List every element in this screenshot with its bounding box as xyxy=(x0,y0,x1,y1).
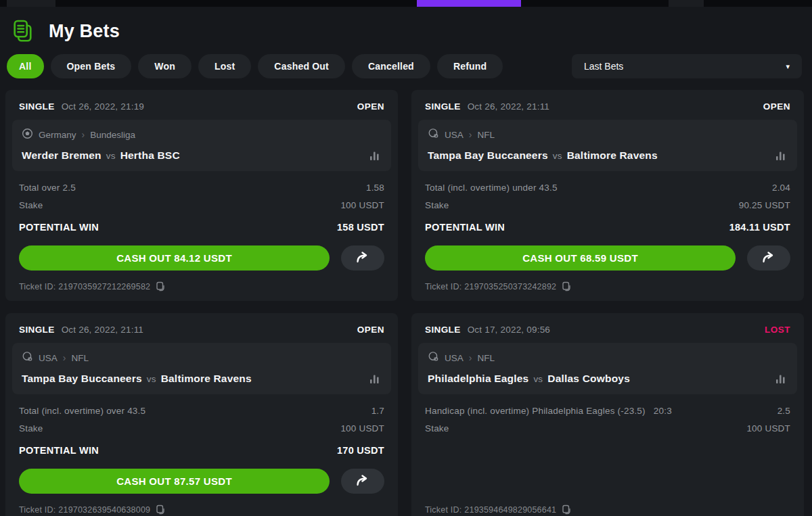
ticket-row: Ticket ID: 2197035927212269582 xyxy=(19,271,384,291)
stake-value: 100 USDT xyxy=(340,197,384,214)
match-panel[interactable]: USA › NFL Tampa Bay Buccaneers vs Baltim… xyxy=(12,343,391,394)
copy-button[interactable] xyxy=(562,505,571,515)
page-header: My Bets xyxy=(11,17,812,45)
copy-button[interactable] xyxy=(562,281,571,291)
stake-row: Stake 100 USDT xyxy=(425,420,790,438)
status-badge: LOST xyxy=(765,325,790,335)
teams-row: Tampa Bay Buccaneers vs Baltimore Ravens xyxy=(428,149,786,162)
ticket-id-label: Ticket ID: xyxy=(19,505,55,515)
filter-lost[interactable]: Lost xyxy=(198,54,251,78)
league-label: NFL xyxy=(71,353,89,363)
share-arrow-icon xyxy=(761,252,776,265)
bet-card: SINGLE Oct 26, 2022, 21:11 OPEN USA › NF… xyxy=(5,313,398,516)
market-label: Handicap (incl. overtime) Philadelphia E… xyxy=(425,402,646,420)
market-row: Handicap (incl. overtime) Philadelphia E… xyxy=(425,402,790,420)
share-button[interactable] xyxy=(341,245,384,271)
vs-label: vs xyxy=(533,374,543,384)
soccer-icon xyxy=(22,128,33,141)
ticket-row: Ticket ID: 2197035250373242892 xyxy=(425,271,790,291)
potential-win-row: POTENTIAL WIN 170 USDT xyxy=(19,441,384,460)
copy-button[interactable] xyxy=(156,281,165,291)
potential-win-label: POTENTIAL WIN xyxy=(19,441,99,460)
cash-out-button[interactable]: CASH OUT 87.57 USDT xyxy=(19,469,330,494)
vs-label: vs xyxy=(147,374,156,384)
country-label: USA xyxy=(445,130,464,140)
stake-label: Stake xyxy=(19,197,43,214)
potential-win-row: POTENTIAL WIN 158 USDT xyxy=(19,218,384,237)
filter-open-bets[interactable]: Open Bets xyxy=(51,54,132,78)
breadcrumb-separator: › xyxy=(63,352,66,363)
copy-button[interactable] xyxy=(156,505,165,515)
home-team: Tampa Bay Buccaneers xyxy=(22,373,142,385)
filter-won[interactable]: Won xyxy=(138,54,191,78)
markets: Total (incl. overtime) under 43.5 2.04 S… xyxy=(425,179,790,237)
card-actions: CASH OUT 68.59 USDT xyxy=(425,245,790,271)
market-row: Total (incl. overtime) under 43.5 2.04 xyxy=(425,179,790,197)
markets: Total over 2.5 1.58 Stake 100 USDT POTEN… xyxy=(19,179,384,237)
card-actions: CASH OUT 87.57 USDT xyxy=(19,469,384,494)
market-label: Total (incl. overtime) over 43.5 xyxy=(19,402,145,420)
bet-type: SINGLE xyxy=(425,325,461,335)
market-odds: 2.04 xyxy=(772,179,790,197)
cash-out-button[interactable]: CASH OUT 68.59 USDT xyxy=(425,245,736,271)
sort-dropdown[interactable]: Last Bets ▾ xyxy=(572,54,802,78)
country-label: USA xyxy=(39,353,58,363)
page-title: My Bets xyxy=(49,21,120,42)
teams-row: Tampa Bay Buccaneers vs Baltimore Ravens xyxy=(22,373,380,385)
topbar-active-tab-fragment[interactable] xyxy=(417,0,521,7)
league-row: USA › NFL xyxy=(428,351,786,365)
share-button[interactable] xyxy=(747,245,790,271)
stats-bars-icon[interactable] xyxy=(369,374,380,384)
stake-label: Stake xyxy=(19,420,43,438)
bet-card-header: SINGLE Oct 26, 2022, 21:11 OPEN xyxy=(425,97,790,115)
match-panel[interactable]: Germany › Bundesliga Werder Bremen vs He… xyxy=(12,120,391,171)
cash-out-button[interactable]: CASH OUT 84.12 USDT xyxy=(19,245,330,271)
match-panel[interactable]: USA › NFL Philadelphia Eagles vs Dallas … xyxy=(418,343,797,394)
bet-card-header: SINGLE Oct 26, 2022, 21:11 OPEN xyxy=(19,321,384,338)
share-arrow-icon xyxy=(355,475,370,488)
away-team: Dallas Cowboys xyxy=(547,373,630,385)
my-bets-icon xyxy=(11,19,35,43)
market-odds: 2.5 xyxy=(777,402,790,420)
status-badge: OPEN xyxy=(357,101,384,112)
away-team: Baltimore Ravens xyxy=(161,373,252,385)
away-team: Baltimore Ravens xyxy=(567,149,658,162)
filter-cancelled[interactable]: Cancelled xyxy=(352,54,430,78)
sort-dropdown-value: Last Bets xyxy=(584,61,623,72)
market-odds: 1.7 xyxy=(371,402,384,420)
potential-win-value: 158 USDT xyxy=(337,218,384,237)
markets: Handicap (incl. overtime) Philadelphia E… xyxy=(425,402,790,438)
vs-label: vs xyxy=(553,151,562,161)
league-label: Bundesliga xyxy=(90,130,135,140)
topbar-tab-fragment-2[interactable] xyxy=(669,0,704,7)
stats-bars-icon[interactable] xyxy=(775,151,786,161)
league-label: NFL xyxy=(477,130,495,140)
filter-row: All Open Bets Won Lost Cashed Out Cancel… xyxy=(7,54,802,78)
teams-row: Werder Bremen vs Hertha BSC xyxy=(22,149,380,162)
ticket-id-label: Ticket ID: xyxy=(425,505,461,515)
stats-bars-icon[interactable] xyxy=(369,151,380,161)
filter-all[interactable]: All xyxy=(7,54,44,78)
filter-refund[interactable]: Refund xyxy=(437,54,503,78)
bet-cards-grid: SINGLE Oct 26, 2022, 21:19 OPEN Germany … xyxy=(5,90,804,516)
bet-card-header: SINGLE Oct 17, 2022, 09:56 LOST xyxy=(425,321,790,338)
bet-type: SINGLE xyxy=(425,101,461,112)
potential-win-value: 184.11 USDT xyxy=(729,218,790,237)
share-button[interactable] xyxy=(341,469,384,494)
match-panel[interactable]: USA › NFL Tampa Bay Buccaneers vs Baltim… xyxy=(418,120,797,171)
top-nav-strip xyxy=(0,0,812,7)
stake-value: 100 USDT xyxy=(340,420,384,438)
filter-cashed-out[interactable]: Cashed Out xyxy=(258,54,345,78)
american-football-icon xyxy=(428,351,439,365)
ticket-id-value: 2193594649829056641 xyxy=(464,505,556,515)
stats-bars-icon[interactable] xyxy=(775,374,786,384)
status-badge: OPEN xyxy=(357,325,384,335)
ticket-row: Ticket ID: 2197032639540638009 xyxy=(19,494,384,515)
stake-row: Stake 90.25 USDT xyxy=(425,197,790,214)
match-score: 20:3 xyxy=(654,402,672,420)
league-row: USA › NFL xyxy=(22,351,380,365)
topbar-tab-fragment[interactable] xyxy=(7,0,55,7)
market-row: Total over 2.5 1.58 xyxy=(19,179,384,197)
american-football-icon xyxy=(22,351,33,365)
country-label: Germany xyxy=(39,130,76,140)
